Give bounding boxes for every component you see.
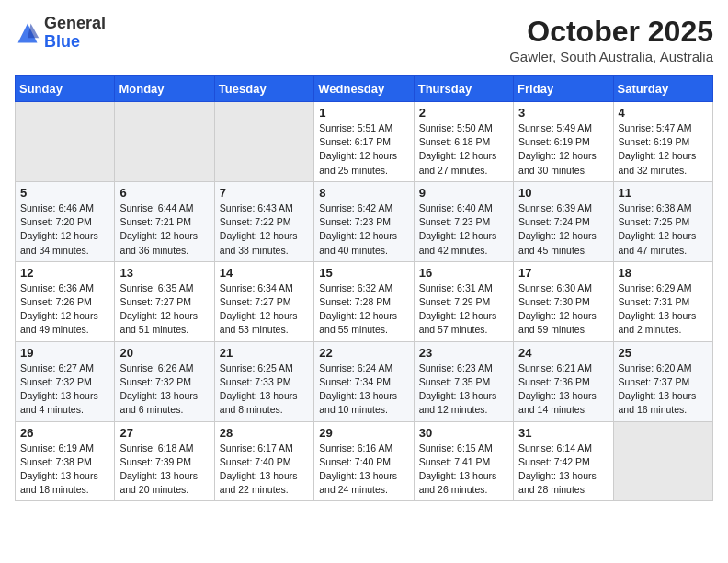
calendar-cell: 4Sunrise: 5:47 AM Sunset: 6:19 PM Daylig… (613, 102, 712, 182)
day-info: Sunrise: 6:39 AM Sunset: 7:24 PM Dayligh… (518, 201, 608, 258)
svg-marker-1 (28, 23, 39, 38)
calendar-cell: 29Sunrise: 6:16 AM Sunset: 7:40 PM Dayli… (314, 421, 414, 501)
day-info: Sunrise: 6:35 AM Sunset: 7:27 PM Dayligh… (119, 282, 209, 338)
calendar-cell: 24Sunrise: 6:21 AM Sunset: 7:36 PM Dayli… (514, 341, 613, 421)
weekday-header-sunday: Sunday (16, 76, 115, 102)
calendar-cell: 12Sunrise: 6:36 AM Sunset: 7:26 PM Dayli… (16, 261, 115, 341)
calendar-cell: 2Sunrise: 5:50 AM Sunset: 6:18 PM Daylig… (414, 102, 513, 182)
calendar-cell: 5Sunrise: 6:46 AM Sunset: 7:20 PM Daylig… (16, 181, 115, 261)
day-info: Sunrise: 6:23 AM Sunset: 7:35 PM Dayligh… (419, 362, 508, 418)
weekday-header-saturday: Saturday (613, 76, 712, 102)
day-number: 6 (119, 186, 209, 200)
day-info: Sunrise: 6:31 AM Sunset: 7:29 PM Dayligh… (419, 282, 508, 338)
day-info: Sunrise: 5:51 AM Sunset: 6:17 PM Dayligh… (319, 121, 408, 178)
weekday-header-thursday: Thursday (414, 76, 513, 102)
page-header: General Blue October 2025 Gawler, South … (15, 15, 713, 64)
calendar-cell: 13Sunrise: 6:35 AM Sunset: 7:27 PM Dayli… (115, 261, 214, 341)
logo-icon (15, 20, 40, 46)
day-info: Sunrise: 6:43 AM Sunset: 7:22 PM Dayligh… (220, 201, 309, 258)
day-info: Sunrise: 5:47 AM Sunset: 6:19 PM Dayligh… (619, 121, 708, 178)
day-number: 27 (119, 426, 209, 440)
calendar-cell: 31Sunrise: 6:14 AM Sunset: 7:42 PM Dayli… (514, 421, 613, 501)
calendar-cell (16, 102, 115, 182)
calendar-cell: 27Sunrise: 6:18 AM Sunset: 7:39 PM Dayli… (115, 421, 214, 501)
calendar-cell: 11Sunrise: 6:38 AM Sunset: 7:25 PM Dayli… (613, 181, 712, 261)
day-number: 15 (319, 266, 408, 280)
day-number: 28 (220, 426, 309, 440)
day-number: 26 (20, 426, 109, 440)
calendar-cell: 16Sunrise: 6:31 AM Sunset: 7:29 PM Dayli… (414, 261, 513, 341)
calendar-cell: 25Sunrise: 6:20 AM Sunset: 7:37 PM Dayli… (613, 341, 712, 421)
day-info: Sunrise: 6:32 AM Sunset: 7:28 PM Dayligh… (319, 282, 408, 338)
day-number: 8 (319, 186, 408, 200)
day-info: Sunrise: 6:29 AM Sunset: 7:31 PM Dayligh… (619, 282, 708, 338)
day-number: 7 (220, 186, 309, 200)
day-info: Sunrise: 6:18 AM Sunset: 7:39 PM Dayligh… (119, 442, 209, 498)
day-info: Sunrise: 6:34 AM Sunset: 7:27 PM Dayligh… (220, 282, 309, 338)
day-info: Sunrise: 5:49 AM Sunset: 6:19 PM Dayligh… (518, 121, 608, 178)
day-number: 2 (419, 106, 508, 120)
calendar-cell: 28Sunrise: 6:17 AM Sunset: 7:40 PM Dayli… (214, 421, 313, 501)
day-info: Sunrise: 6:27 AM Sunset: 7:32 PM Dayligh… (20, 362, 109, 418)
day-number: 22 (319, 346, 408, 360)
day-number: 17 (518, 266, 608, 280)
day-number: 5 (20, 186, 109, 200)
day-number: 23 (419, 346, 508, 360)
day-info: Sunrise: 6:17 AM Sunset: 7:40 PM Dayligh… (220, 442, 309, 498)
logo-blue-text: Blue (44, 33, 106, 52)
day-number: 13 (119, 266, 209, 280)
day-number: 16 (419, 266, 508, 280)
weekday-header-wednesday: Wednesday (314, 76, 414, 102)
calendar-cell: 9Sunrise: 6:40 AM Sunset: 7:23 PM Daylig… (414, 181, 513, 261)
calendar-cell: 26Sunrise: 6:19 AM Sunset: 7:38 PM Dayli… (16, 421, 115, 501)
day-info: Sunrise: 6:26 AM Sunset: 7:32 PM Dayligh… (119, 362, 209, 418)
calendar-cell: 1Sunrise: 5:51 AM Sunset: 6:17 PM Daylig… (314, 102, 414, 182)
day-info: Sunrise: 6:46 AM Sunset: 7:20 PM Dayligh… (20, 201, 109, 258)
day-number: 11 (619, 186, 708, 200)
calendar-cell: 19Sunrise: 6:27 AM Sunset: 7:32 PM Dayli… (16, 341, 115, 421)
day-info: Sunrise: 6:19 AM Sunset: 7:38 PM Dayligh… (20, 442, 109, 498)
day-number: 31 (518, 426, 608, 440)
day-info: Sunrise: 6:40 AM Sunset: 7:23 PM Dayligh… (419, 201, 508, 258)
day-number: 14 (220, 266, 309, 280)
calendar-cell (214, 102, 313, 182)
calendar-cell (115, 102, 214, 182)
calendar-cell (613, 421, 712, 501)
day-info: Sunrise: 6:16 AM Sunset: 7:40 PM Dayligh… (319, 442, 408, 498)
day-number: 10 (518, 186, 608, 200)
calendar-cell: 3Sunrise: 5:49 AM Sunset: 6:19 PM Daylig… (514, 102, 613, 182)
calendar-cell: 30Sunrise: 6:15 AM Sunset: 7:41 PM Dayli… (414, 421, 513, 501)
day-number: 29 (319, 426, 408, 440)
calendar-cell: 8Sunrise: 6:42 AM Sunset: 7:23 PM Daylig… (314, 181, 414, 261)
day-number: 1 (319, 106, 408, 120)
day-info: Sunrise: 6:30 AM Sunset: 7:30 PM Dayligh… (518, 282, 608, 338)
calendar-cell: 6Sunrise: 6:44 AM Sunset: 7:21 PM Daylig… (115, 181, 214, 261)
day-info: Sunrise: 6:44 AM Sunset: 7:21 PM Dayligh… (119, 201, 209, 258)
day-info: Sunrise: 6:36 AM Sunset: 7:26 PM Dayligh… (20, 282, 109, 338)
day-number: 21 (220, 346, 309, 360)
day-info: Sunrise: 6:15 AM Sunset: 7:41 PM Dayligh… (419, 442, 508, 498)
day-number: 25 (619, 346, 708, 360)
calendar-cell: 22Sunrise: 6:24 AM Sunset: 7:34 PM Dayli… (314, 341, 414, 421)
day-info: Sunrise: 6:24 AM Sunset: 7:34 PM Dayligh… (319, 362, 408, 418)
day-number: 9 (419, 186, 508, 200)
calendar-cell: 17Sunrise: 6:30 AM Sunset: 7:30 PM Dayli… (514, 261, 613, 341)
calendar-cell: 23Sunrise: 6:23 AM Sunset: 7:35 PM Dayli… (414, 341, 513, 421)
calendar-cell: 18Sunrise: 6:29 AM Sunset: 7:31 PM Dayli… (613, 261, 712, 341)
calendar-cell: 15Sunrise: 6:32 AM Sunset: 7:28 PM Dayli… (314, 261, 414, 341)
day-info: Sunrise: 6:38 AM Sunset: 7:25 PM Dayligh… (619, 201, 708, 258)
day-number: 12 (20, 266, 109, 280)
calendar-cell: 7Sunrise: 6:43 AM Sunset: 7:22 PM Daylig… (214, 181, 313, 261)
day-number: 24 (518, 346, 608, 360)
calendar-cell: 21Sunrise: 6:25 AM Sunset: 7:33 PM Dayli… (214, 341, 313, 421)
calendar-cell: 14Sunrise: 6:34 AM Sunset: 7:27 PM Dayli… (214, 261, 313, 341)
day-info: Sunrise: 6:42 AM Sunset: 7:23 PM Dayligh… (319, 201, 408, 258)
day-info: Sunrise: 6:21 AM Sunset: 7:36 PM Dayligh… (518, 362, 608, 418)
location-text: Gawler, South Australia, Australia (509, 49, 713, 64)
day-info: Sunrise: 6:20 AM Sunset: 7:37 PM Dayligh… (619, 362, 708, 418)
calendar-cell: 10Sunrise: 6:39 AM Sunset: 7:24 PM Dayli… (514, 181, 613, 261)
weekday-header-tuesday: Tuesday (214, 76, 313, 102)
day-number: 20 (119, 346, 209, 360)
month-title: October 2025 (509, 15, 713, 49)
logo-general-text: General (44, 15, 106, 33)
